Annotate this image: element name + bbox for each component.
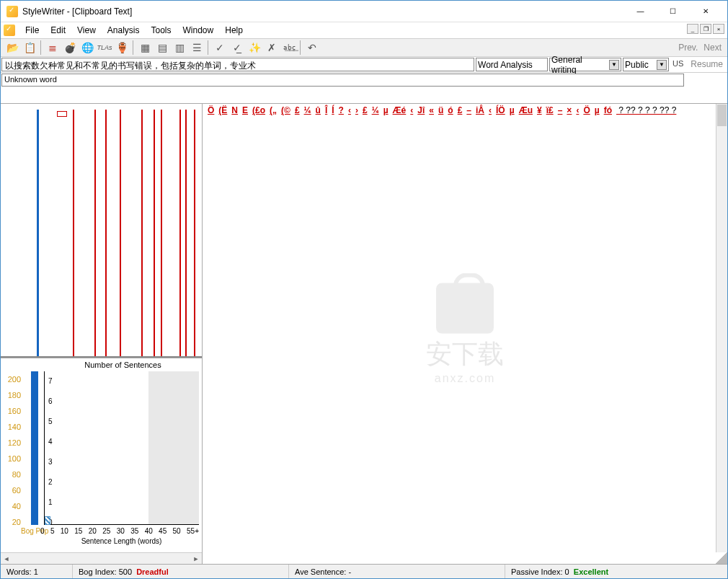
tick2-icon[interactable]: ✓̲ (229, 40, 245, 56)
error-token[interactable]: µ (383, 105, 389, 115)
combo-label: General writing (551, 55, 608, 75)
chart-title: Number of Sentences (44, 358, 202, 369)
h-scrollbar[interactable]: ◄ ► (1, 552, 202, 564)
mdi-close[interactable]: × (713, 24, 724, 34)
mortar-icon[interactable]: 🏺 (114, 40, 130, 56)
error-token[interactable]: û (316, 105, 321, 115)
error-token[interactable]: × (567, 105, 572, 115)
description-field[interactable]: 以搜索数欠种常见和不常见的书写错误，包括复杂的单词，专业术 (1, 58, 474, 71)
scroll-thumb[interactable] (717, 105, 727, 126)
separator (133, 40, 134, 55)
mdi-restore[interactable]: ❐ (700, 24, 711, 34)
error-token[interactable]: ‹ (410, 105, 413, 115)
combo-label: Word Analysis (478, 60, 533, 70)
error-token[interactable]: Ö (208, 105, 214, 115)
error-token[interactable]: ‹ (576, 105, 579, 115)
error-token[interactable]: Jî (417, 105, 425, 115)
error-token[interactable]: (£o (252, 105, 265, 115)
close-button[interactable]: ✕ (689, 1, 722, 22)
categories-icon[interactable]: ≣ (45, 40, 61, 56)
v-scrollbar[interactable] (716, 104, 727, 552)
error-token[interactable]: µ (595, 105, 600, 115)
infobar: 以搜索数欠种常见和不常见的书写错误，包括复杂的单词，专业术 Word Analy… (1, 57, 727, 73)
error-token[interactable]: µ (510, 105, 515, 115)
error-token[interactable]: (Ë (218, 105, 227, 115)
resize-grip-icon[interactable] (716, 552, 727, 564)
audience-combo[interactable]: Public ▼ (623, 58, 669, 71)
undo-icon[interactable]: ↶ (304, 40, 320, 56)
error-token[interactable]: E (242, 105, 248, 115)
error-token[interactable]: Î (325, 105, 327, 115)
error-token[interactable]: („ (270, 105, 277, 115)
error-token[interactable]: ‹ (348, 105, 351, 115)
tick-x-icon[interactable]: ✗ (264, 40, 280, 56)
writing-style-combo[interactable]: General writing ▼ (549, 58, 621, 71)
error-token[interactable]: N (231, 105, 238, 115)
left-panel: Number of Sentences 200 180 160 140 120 … (1, 104, 203, 564)
error-token[interactable]: « (429, 105, 434, 115)
error-token[interactable]: ¼ (372, 105, 379, 115)
abc-icon[interactable]: a͟b͟c͟ (281, 40, 297, 56)
resume-button[interactable]: Resume (686, 57, 727, 72)
error-token[interactable]: ü (438, 105, 443, 115)
error-token[interactable]: (© (281, 105, 290, 115)
grid2-icon[interactable]: ▤ (154, 40, 170, 56)
x-axis-label: Sentence Length (words) (44, 537, 199, 545)
error-token[interactable]: – (466, 105, 471, 115)
y-ticks: 7 6 5 4 3 2 1 0 (48, 371, 53, 533)
word-analysis-combo[interactable]: Word Analysis (476, 58, 548, 71)
bog-bar (31, 371, 38, 525)
menu-file[interactable]: File (19, 24, 45, 37)
error-token[interactable]: Í (332, 105, 334, 115)
error-token[interactable]: ? (339, 105, 344, 115)
open-icon[interactable]: 📂 (4, 40, 20, 56)
wand-icon[interactable]: ✨ (247, 40, 262, 56)
minimize-button[interactable]: — (624, 1, 657, 22)
error-token[interactable]: ¼ (304, 105, 311, 115)
bomb-icon[interactable]: 💣 (62, 40, 78, 56)
grid4-icon[interactable]: ☰ (189, 40, 205, 56)
sentence-length-chart[interactable]: Number of Sentences 200 180 160 140 120 … (1, 358, 202, 552)
sentence-graph[interactable] (1, 104, 202, 358)
next-button[interactable]: Next (701, 41, 724, 54)
prev-button[interactable]: Prev. (675, 41, 701, 54)
document-icon[interactable] (4, 25, 15, 36)
error-token[interactable]: ‹ (489, 105, 492, 115)
menu-tools[interactable]: Tools (146, 24, 177, 37)
error-token[interactable]: Ö (583, 105, 590, 115)
error-token[interactable]: iÅ (476, 105, 484, 115)
error-token[interactable]: ï£ (546, 105, 554, 115)
error-token[interactable]: £ (363, 105, 368, 115)
menu-edit[interactable]: Edit (45, 24, 71, 37)
locale-label[interactable]: US (670, 57, 686, 72)
menu-window[interactable]: Window (177, 24, 220, 37)
error-token[interactable]: £ (458, 105, 463, 115)
menu-analysis[interactable]: Analysis (102, 24, 146, 37)
error-tokens[interactable]: Ö(ËNE(£o(„(©£¼ûÎÍ?‹›£¼µÆé‹Jî«üó£–iÅ‹ÍÖµÆ… (205, 105, 724, 115)
scroll-left-icon[interactable]: ◄ (1, 555, 12, 562)
blue-marker (37, 110, 39, 356)
grid3-icon[interactable]: ▥ (172, 40, 187, 56)
error-token[interactable]: ÍÖ (496, 105, 505, 115)
maximize-button[interactable]: ☐ (657, 1, 689, 22)
error-token[interactable]: – (558, 105, 563, 115)
menu-help[interactable]: Help (219, 24, 249, 37)
error-token[interactable]: fó (604, 105, 612, 115)
unknown-word-field[interactable]: Unknown word (1, 74, 684, 87)
text-panel[interactable]: Ö(ËNE(£o(„(©£¼ûÎÍ?‹›£¼µÆé‹Jî«üó£–iÅ‹ÍÖµÆ… (203, 104, 727, 564)
graph-line (194, 110, 195, 356)
tick1-icon[interactable]: ✓ (212, 40, 228, 56)
grid1-icon[interactable]: ▦ (137, 40, 153, 56)
clipboard-icon[interactable]: 📋 (22, 40, 37, 56)
error-token[interactable]: £ (295, 105, 300, 115)
menu-view[interactable]: View (71, 24, 102, 37)
error-token[interactable]: ó (448, 105, 453, 115)
error-token[interactable]: ¥ (537, 105, 542, 115)
error-token[interactable]: › (355, 105, 358, 115)
tla-icon[interactable]: TLAs (97, 40, 112, 56)
error-token[interactable]: Æu (519, 105, 533, 115)
error-token[interactable]: Æé (393, 105, 407, 115)
mdi-minimize[interactable]: _ (687, 24, 698, 34)
scroll-right-icon[interactable]: ► (190, 555, 202, 562)
world-icon[interactable]: 🌐 (79, 40, 95, 56)
